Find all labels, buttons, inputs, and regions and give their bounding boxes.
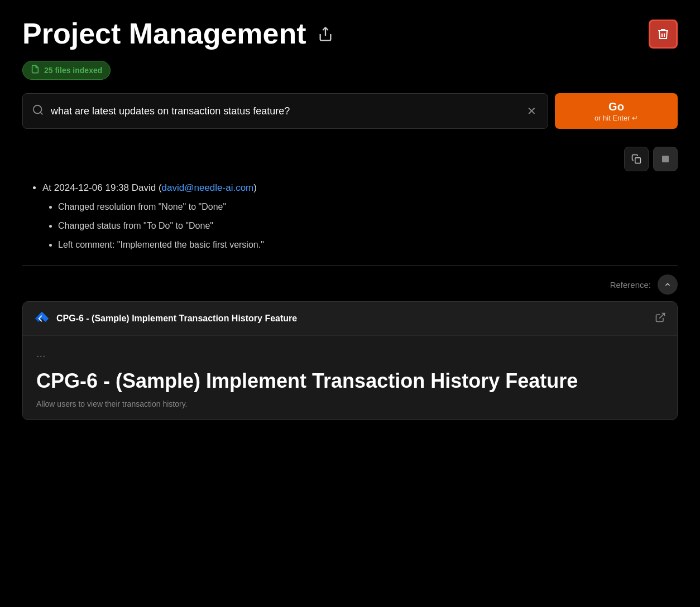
ref-card-description: Allow users to view their transaction hi… [36,399,664,408]
ref-card-header: CPG-6 - (Sample) Implement Transaction H… [23,302,677,336]
clear-icon: ✕ [527,104,536,118]
header: Project Management [22,18,678,50]
result-content: At 2024-12-06 19:38 David (david@needle-… [22,180,678,252]
go-button[interactable]: Go or hit Enter ↵ [555,93,678,129]
jira-icon [34,311,50,326]
result-area: At 2024-12-06 19:38 David (david@needle-… [22,147,678,420]
result-list: At 2024-12-06 19:38 David (david@needle-… [29,180,671,252]
collapse-icon [661,155,670,163]
go-sub-label: or hit Enter ↵ [594,114,638,123]
page-title: Project Management [22,18,306,50]
files-indexed-badge: 25 files indexed [22,61,111,80]
sub-item-2: Changed status from "To Do" to "Done" [58,219,671,233]
svg-rect-3 [635,158,641,163]
files-count-label: 25 files indexed [44,66,102,75]
action-buttons [22,147,678,171]
result-sub-list: Changed resolution from "None" to "Done"… [42,200,671,252]
result-list-item: At 2024-12-06 19:38 David (david@needle-… [42,180,671,252]
reference-label: Reference: [610,280,651,290]
toggle-reference-button[interactable] [658,274,678,295]
ref-card-body: ... CPG-6 - (Sample) Implement Transacti… [23,336,677,420]
sub-item-3: Left comment: "Implemented the basic fir… [58,238,671,252]
share-button[interactable] [315,24,335,44]
divider [22,265,678,266]
reference-card: CPG-6 - (Sample) Implement Transaction H… [22,301,678,420]
svg-rect-4 [662,156,669,162]
title-area: Project Management [22,18,335,50]
external-link-button[interactable] [655,312,666,326]
copy-icon [631,154,641,164]
email-link[interactable]: david@needle-ai.com [162,182,254,193]
external-link-icon [655,312,666,323]
svg-line-5 [659,313,664,318]
ref-card-title-area: CPG-6 - (Sample) Implement Transaction H… [34,311,297,326]
share-icon [318,26,333,42]
bullet-prefix: At 2024-12-06 19:38 David ( [42,182,162,193]
chevron-up-icon [664,281,672,288]
trash-icon [656,27,670,41]
ref-card-main-title: CPG-6 - (Sample) Implement Transaction H… [36,369,664,393]
delete-button[interactable] [649,20,678,49]
svg-point-1 [33,105,42,113]
sub-item-1: Changed resolution from "None" to "Done" [58,200,671,214]
svg-line-2 [40,112,42,114]
bullet-suffix: ) [253,182,257,193]
search-box: ✕ [22,93,548,129]
card-dots: ... [36,347,664,360]
go-label: Go [608,99,624,114]
file-icon [31,65,40,76]
reference-row: Reference: [22,274,678,295]
clear-search-button[interactable]: ✕ [525,102,539,120]
search-row: ✕ Go or hit Enter ↵ [22,93,678,129]
ref-card-title: CPG-6 - (Sample) Implement Transaction H… [56,314,297,324]
search-input[interactable] [51,105,518,117]
collapse-button[interactable] [653,147,678,171]
copy-button[interactable] [624,147,649,171]
search-icon [32,104,44,119]
